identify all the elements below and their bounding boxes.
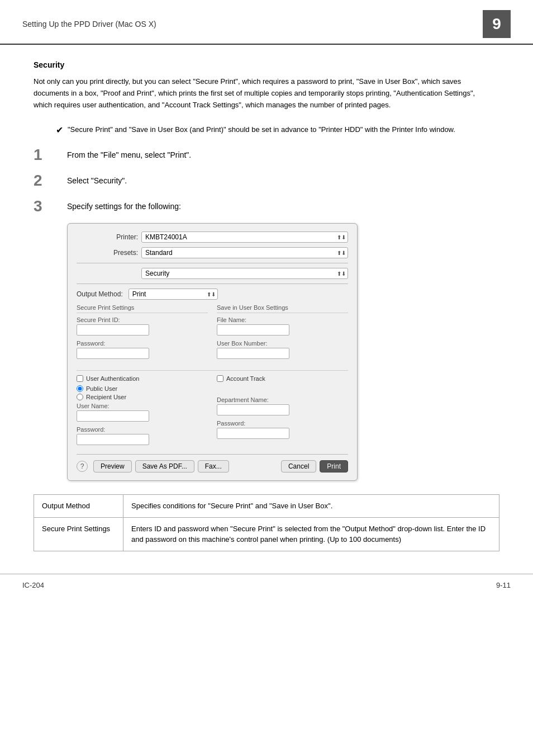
step-3-text: Specify settings for the following: [67,197,181,212]
cancel-button[interactable]: Cancel [281,460,316,472]
printer-select-wrapper: KMBT24001A ⬆⬇ [141,231,348,243]
auth-password-group: Password: [77,426,208,445]
dialog-separator-1 [77,263,348,263]
presets-label: Presets: [77,249,138,257]
print-button[interactable]: Print [320,460,348,472]
checkmark-icon: ✔ [56,125,63,135]
save-as-pdf-button[interactable]: Save As PDF... [135,460,194,472]
secure-print-id-group: Secure Print ID: [77,316,208,336]
output-method-label: Output Method: [77,290,123,298]
output-method-select[interactable]: Print [129,289,218,300]
note-text: "Secure Print" and "Save in User Box (an… [68,124,455,136]
auth-user-name-group: User Name: [77,403,208,422]
presets-row: Presets: Standard ⬆⬇ [77,247,348,258]
recipient-user-label: Recipient User [86,394,126,400]
public-user-label: Public User [86,385,117,392]
panel-select[interactable]: Security [141,268,348,279]
dept-name-group: Department Name: [217,396,348,415]
footer-left: IC-204 [22,581,44,589]
help-icon[interactable]: ? [77,461,88,472]
presets-select-wrapper: Standard ⬆⬇ [141,247,348,258]
dialog-footer: ? Preview Save As PDF... Fax... Cancel P… [77,454,348,472]
secure-print-password-input[interactable] [77,348,149,359]
file-name-label: File Name: [217,316,348,323]
dialog-separator-2 [77,284,348,284]
secure-print-password-label: Password: [77,340,208,347]
table-row: Output Method Specifies conditions for "… [34,495,499,518]
table-desc-secure-print: Enters ID and password when "Secure Prin… [123,517,499,551]
main-content: Security Not only can you print directly… [0,45,533,563]
auth-password-label: Password: [77,426,208,433]
auth-track-row: User Authentication Public User Recipien… [77,370,348,450]
table-term-output-method: Output Method [34,495,123,518]
table-desc-output-method: Specifies conditions for "Secure Print" … [123,495,499,518]
user-box-number-label: User Box Number: [217,340,348,347]
account-track-checkbox[interactable] [217,375,223,382]
user-box-number-input[interactable] [217,348,289,359]
account-track-col: Account Track Department Name: Password: [217,375,348,450]
account-track-checkbox-row: Account Track [217,375,348,382]
footer-right: 9-11 [496,581,511,589]
track-password-input[interactable] [217,428,289,439]
section-body: Not only can you print directly, but you… [34,76,492,111]
fax-button[interactable]: Fax... [198,460,229,472]
header-title: Setting Up the PPD Driver (Mac OS X) [22,20,156,29]
user-box-col: Save in User Box Settings File Name: Use… [217,304,348,363]
step-2-text: Select "Security". [67,172,127,187]
section-title: Security [34,60,499,69]
panel-row: Security ⬆⬇ [77,268,348,279]
output-method-select-wrapper: Print ⬆⬇ [129,289,218,300]
step-2: 2 Select "Security". [34,172,499,188]
auth-password-input[interactable] [77,434,149,445]
user-auth-col: User Authentication Public User Recipien… [77,375,208,450]
step-1: 1 From the "File" menu, select "Print". [34,146,499,163]
chapter-number: 9 [483,10,511,38]
track-password-group: Password: [217,420,348,439]
file-name-group: File Name: [217,316,348,336]
step-1-text: From the "File" menu, select "Print". [67,146,191,161]
secure-print-password-group: Password: [77,340,208,359]
panel-select-wrapper: Security ⬆⬇ [141,268,348,279]
user-box-number-group: User Box Number: [217,340,348,359]
secure-print-col-title: Secure Print Settings [77,304,208,313]
step-2-number: 2 [34,172,67,188]
printer-select[interactable]: KMBT24001A [141,231,348,243]
secure-print-id-label: Secure Print ID: [77,316,208,323]
dept-name-label: Department Name: [217,396,348,403]
step-3: 3 Specify settings for the following: [34,197,499,214]
settings-columns: Secure Print Settings Secure Print ID: P… [77,304,348,363]
public-user-radio-row: Public User [77,385,208,392]
user-auth-label: User Authentication [86,375,139,382]
table-term-secure-print: Secure Print Settings [34,517,123,551]
account-track-label: Account Track [226,375,265,382]
secure-print-id-input[interactable] [77,324,149,336]
user-auth-checkbox-row: User Authentication [77,375,208,382]
page: Setting Up the PPD Driver (Mac OS X) 9 S… [0,0,533,756]
step-1-number: 1 [34,146,67,163]
track-password-label: Password: [217,420,348,427]
recipient-user-radio-row: Recipient User [77,394,208,400]
output-method-row: Output Method: Print ⬆⬇ [77,289,348,300]
info-table: Output Method Specifies conditions for "… [34,494,499,551]
table-row: Secure Print Settings Enters ID and pass… [34,517,499,551]
auth-user-name-label: User Name: [77,403,208,409]
preview-button[interactable]: Preview [93,460,132,472]
file-name-input[interactable] [217,324,289,336]
printer-row: Printer: KMBT24001A ⬆⬇ [77,231,348,243]
user-box-col-title: Save in User Box Settings [217,304,348,313]
dept-name-input[interactable] [217,404,289,415]
auth-user-name-input[interactable] [77,410,149,422]
note-block: ✔ "Secure Print" and "Save in User Box (… [56,124,499,136]
print-dialog: Printer: KMBT24001A ⬆⬇ Presets: Standard… [67,223,358,481]
presets-select[interactable]: Standard [141,247,348,258]
step-3-number: 3 [34,197,67,214]
printer-label: Printer: [77,233,138,241]
secure-print-col: Secure Print Settings Secure Print ID: P… [77,304,208,363]
user-auth-checkbox[interactable] [77,375,83,382]
recipient-user-radio[interactable] [77,394,83,400]
page-footer: IC-204 9-11 [0,574,533,596]
public-user-radio[interactable] [77,385,83,392]
page-header: Setting Up the PPD Driver (Mac OS X) 9 [0,0,533,45]
